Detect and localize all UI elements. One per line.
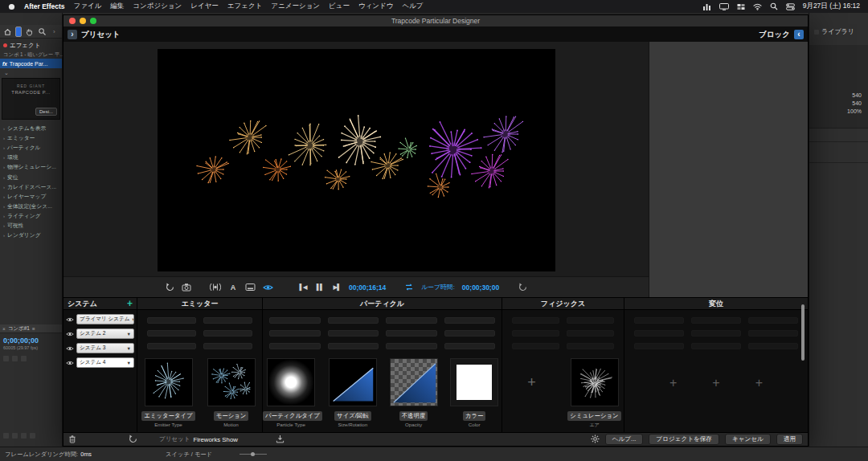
zoom-slider-knob[interactable] <box>251 452 255 456</box>
preset-name[interactable]: Fireworks Show <box>193 436 237 443</box>
display-icon[interactable] <box>719 3 729 10</box>
add-block-button[interactable]: + <box>755 376 763 390</box>
block-size-rotation[interactable]: サイズ/回転 Size/Rotation <box>326 358 380 427</box>
block-color[interactable]: カラー Color <box>447 358 502 427</box>
preview-timecode[interactable]: 00;00;16;14 <box>349 284 386 292</box>
reset-loop-icon[interactable] <box>518 283 527 292</box>
group-row[interactable]: ›エミッター <box>0 133 62 143</box>
group-row[interactable]: ›カレイドスペース... <box>0 182 62 192</box>
previous-frame-button[interactable]: ▌◀ <box>298 284 308 291</box>
menu-item-layer[interactable]: レイヤー <box>190 2 219 11</box>
apple-menu-icon[interactable] <box>8 2 15 10</box>
window-titlebar[interactable]: Trapcode Particular Designer <box>63 15 808 27</box>
value-width[interactable]: 540 <box>847 92 862 100</box>
keyboard-icon[interactable] <box>737 3 745 10</box>
size-rotation-thumbnail[interactable] <box>329 358 377 406</box>
timeline-icon[interactable] <box>21 433 27 439</box>
motion-thumbnail[interactable] <box>207 358 256 406</box>
simulation-thumbnail[interactable] <box>571 358 619 406</box>
apply-button[interactable]: 適用 <box>776 434 803 445</box>
help-button[interactable]: ヘルプ... <box>605 434 644 445</box>
opacity-thumbnail[interactable] <box>390 358 438 406</box>
vertical-scrollbar[interactable] <box>801 304 805 361</box>
wifi-icon[interactable] <box>753 3 762 10</box>
menu-clock[interactable]: 9月27日 (土) 16:12 <box>803 2 860 11</box>
screen-preview-icon[interactable] <box>245 283 256 292</box>
loop-icon[interactable] <box>404 283 414 292</box>
presets-expand-button[interactable]: › <box>68 30 77 39</box>
system-select[interactable]: システム 4▼ <box>76 357 134 368</box>
delete-trash-icon[interactable] <box>68 434 76 445</box>
blocks-collapse-button[interactable]: ‹ <box>794 30 804 39</box>
add-block-button[interactable]: + <box>712 376 719 390</box>
toolbar-overflow-chevron-icon[interactable]: › <box>50 27 59 37</box>
snapshot-camera-icon[interactable] <box>182 283 191 292</box>
block-simulation[interactable]: シミュレーション エア <box>567 358 623 429</box>
emitter-type-thumbnail[interactable] <box>145 358 193 406</box>
switch-mode-button[interactable]: スイッチ / モード <box>166 451 212 459</box>
group-row[interactable]: ›変位 <box>0 172 62 182</box>
block-label-jp[interactable]: エミッタータイプ <box>141 411 194 421</box>
loop-timecode[interactable]: 00;00;30;00 <box>462 284 499 292</box>
menu-item-file[interactable]: ファイル <box>74 2 102 11</box>
value-scale[interactable]: 100% <box>847 108 862 116</box>
system-select[interactable]: システム 2▼ <box>76 328 134 339</box>
block-label-jp[interactable]: カラー <box>463 411 486 421</box>
menu-item-view[interactable]: ビュー <box>329 2 350 11</box>
group-row[interactable]: ›可視性 <box>0 221 62 230</box>
add-system-button[interactable]: + <box>127 300 133 308</box>
visibility-eye-icon[interactable] <box>263 284 273 292</box>
selection-tool-icon[interactable] <box>15 27 22 37</box>
timeline-icon[interactable] <box>21 356 27 361</box>
block-label-jp[interactable]: モーション <box>214 411 249 421</box>
settings-gear-icon[interactable] <box>591 434 600 445</box>
group-row[interactable]: ›レイヤーマップ <box>0 192 62 202</box>
menu-app-name[interactable]: After Effects <box>24 2 65 10</box>
timeline-icon[interactable] <box>12 356 18 361</box>
block-label-jp[interactable]: シミュレーション <box>567 411 620 421</box>
color-thumbnail[interactable] <box>450 358 498 406</box>
designer-open-button[interactable]: Desi... <box>35 108 57 116</box>
twirl-chevron-icon[interactable]: ⌄ <box>4 70 9 76</box>
system-select[interactable]: システム 3▼ <box>76 343 134 353</box>
group-row[interactable]: ›全体設定(全シス... <box>0 202 62 211</box>
menu-item-help[interactable]: ヘルプ <box>402 2 423 11</box>
menu-item-composition[interactable]: コンポジション <box>133 2 182 11</box>
timeline-tab[interactable]: × コンポ#1 ≡ <box>0 324 62 333</box>
control-center-icon[interactable] <box>786 3 795 10</box>
home-icon[interactable] <box>3 27 12 37</box>
zoom-tool-icon[interactable] <box>38 27 47 37</box>
eye-icon[interactable] <box>66 360 74 366</box>
add-block-button[interactable]: + <box>669 376 677 390</box>
group-row[interactable]: ›環境 <box>0 153 62 162</box>
next-frame-button[interactable]: ▶▌ <box>332 284 342 291</box>
hand-tool-icon[interactable] <box>25 27 34 37</box>
stats-icon[interactable] <box>702 3 711 10</box>
timeline-icon[interactable] <box>3 356 9 361</box>
block-opacity[interactable]: 不透明度 Opacity <box>387 358 441 427</box>
block-motion[interactable]: モーション Motion <box>203 358 260 427</box>
undo-reset-icon[interactable] <box>129 434 137 445</box>
group-row[interactable]: ›ライティング <box>0 211 62 221</box>
eye-icon[interactable] <box>66 316 74 323</box>
menu-item-animation[interactable]: アニメーション <box>271 2 320 11</box>
block-label-jp[interactable]: サイズ/回転 <box>334 411 371 421</box>
menu-item-edit[interactable]: 編集 <box>110 2 124 11</box>
plus-icon[interactable]: + <box>508 358 556 406</box>
menu-item-window[interactable]: ウィンドウ <box>358 2 394 11</box>
reset-view-icon[interactable] <box>165 283 174 292</box>
block-emitter-type[interactable]: エミッタータイプ Emitter Type <box>141 358 197 427</box>
eye-icon[interactable] <box>66 331 74 337</box>
group-row[interactable]: ›パーティクル <box>0 143 62 153</box>
timeline-icon[interactable] <box>30 433 35 439</box>
timeline-icon[interactable] <box>3 433 9 439</box>
save-preset-download-icon[interactable] <box>276 434 285 445</box>
close-icon[interactable]: × <box>2 326 6 332</box>
current-timecode[interactable]: 0;00;00;00 <box>0 333 62 345</box>
panel-menu-icon[interactable]: ≡ <box>32 326 35 332</box>
block-particle-type[interactable]: パーティクルタイプ Particle Type <box>263 358 319 427</box>
timeline-icon[interactable] <box>12 433 18 439</box>
menu-item-effect[interactable]: エフェクト <box>227 2 263 11</box>
add-physics-block[interactable]: + <box>504 358 560 429</box>
cancel-button[interactable]: キャンセル <box>725 434 771 445</box>
